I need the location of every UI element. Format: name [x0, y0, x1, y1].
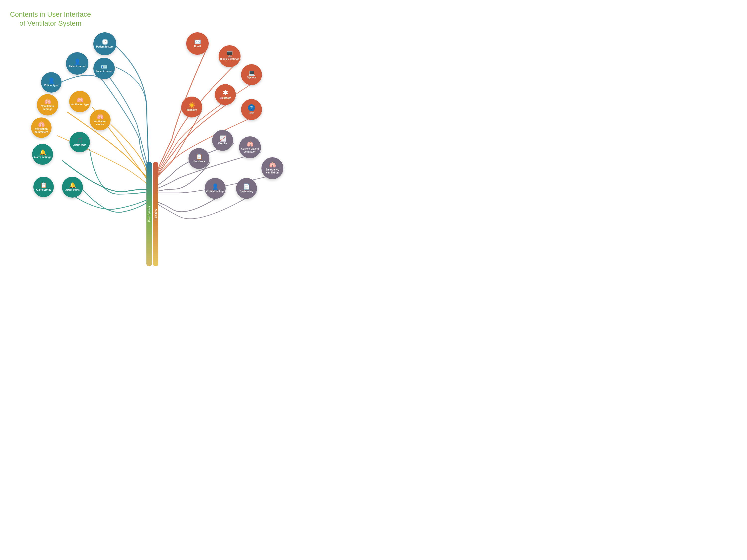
patient-history-label: Patient history	[95, 45, 114, 48]
patient-record-right-label: Patient record	[95, 70, 113, 73]
help-icon: ?	[248, 104, 255, 111]
display-settings-label: Display settings	[219, 58, 240, 61]
system-node[interactable]: 💻 System	[241, 64, 262, 85]
graphs-node[interactable]: 📈 Graphs	[212, 130, 233, 151]
emergency-ventilation-icon: 🫁	[269, 162, 276, 168]
use-check-icon: 📋	[196, 154, 202, 160]
patient-history-icon: 🕐	[102, 39, 108, 45]
alarm-logs-node[interactable]: 🎵 Alarm logs	[70, 132, 90, 152]
email-label: Email	[193, 45, 202, 48]
current-patient-ventilation-icon: 🫁	[247, 141, 254, 147]
system-log-label: System log	[239, 190, 254, 193]
patient-record-left-node[interactable]: 👤 Patient record	[66, 52, 88, 75]
title: Contents in User Interface of Ventilator…	[10, 10, 91, 28]
ventilation-type-label: Ventilation type	[70, 103, 90, 106]
ventilation-settings-node[interactable]: 🫁 Ventilation settings	[37, 94, 58, 115]
patient-record-left-icon: 👤	[74, 59, 81, 64]
emergency-ventilation-node[interactable]: 🫁 Emergency ventilation	[261, 157, 283, 179]
use-check-node[interactable]: 📋 Use check	[188, 148, 209, 169]
ventilation-settings-icon: 🫁	[44, 99, 51, 104]
graphs-label: Graphs	[217, 142, 228, 145]
alarm-settings-node[interactable]: 🔔 Alarm settings	[32, 144, 53, 165]
alarm-profile-node[interactable]: 📋 Alarm profile	[33, 177, 54, 197]
alarm-logs-label: Alarm logs	[72, 143, 87, 146]
ventilation-parameters-node[interactable]: 🫁 Ventilation parameters	[31, 117, 52, 138]
alarm-profile-label: Alarm profile	[35, 188, 52, 191]
ventilation-parameters-icon: 🫁	[38, 122, 45, 127]
bluetooth-label: Bluetooth	[218, 97, 232, 100]
ventilation-modes-icon: 🫁	[97, 114, 104, 119]
help-node[interactable]: ? Help	[241, 99, 262, 120]
alarm-items-icon: 🔔	[69, 183, 76, 188]
current-patient-ventilation-node[interactable]: 🫁 Current patient ventilation	[239, 136, 261, 158]
intensity-icon: ☀️	[188, 103, 195, 108]
display-settings-node[interactable]: 🖥️ Display settings	[218, 45, 240, 67]
email-icon: ✉️	[194, 39, 201, 45]
ventilation-logs-icon: 👤	[212, 184, 218, 189]
bluetooth-icon: ✱	[223, 89, 228, 96]
intensity-label: Intensity	[185, 108, 198, 111]
patient-type-node[interactable]: 👤 Patient type	[41, 72, 61, 92]
ventilation-parameters-label: Ventilation parameters	[31, 128, 52, 134]
patient-type-icon: 👤	[48, 78, 55, 83]
graphs-icon: 📈	[220, 136, 226, 141]
alarm-logs-icon: 🎵	[76, 138, 83, 143]
current-patient-ventilation-label: Current patient ventilation	[239, 148, 261, 153]
facilities-label: Facilities	[154, 209, 157, 219]
email-node[interactable]: ✉️ Email	[186, 32, 209, 55]
ventilation-modes-label: Ventilation modes	[89, 120, 110, 126]
ventilation-modes-node[interactable]: 🫁 Ventilation modes	[89, 109, 110, 130]
alarm-settings-label: Alarm settings	[33, 156, 52, 159]
system-icon: 💻	[248, 70, 255, 76]
help-label: Help	[248, 112, 255, 115]
ventilation-settings-label: Ventilation settings	[37, 105, 58, 111]
alarm-settings-icon: 🔔	[39, 150, 46, 155]
ventilation-logs-node[interactable]: 👤 Ventilation logs	[205, 178, 226, 199]
patient-history-node[interactable]: 🕐 Patient history	[93, 32, 116, 55]
alarm-items-node[interactable]: 🔔 Alarm items	[62, 177, 83, 197]
patient-record-right-node[interactable]: 🪪 Patient record	[93, 58, 115, 79]
system-log-node[interactable]: 📄 System log	[236, 178, 257, 199]
system-label: System	[246, 76, 257, 79]
patient-record-right-icon: 🪪	[101, 64, 108, 70]
alarm-items-label: Alarm items	[64, 189, 80, 192]
ventilation-type-node[interactable]: 🫁 Ventilation type	[69, 91, 91, 112]
display-settings-icon: 🖥️	[226, 52, 233, 57]
intensity-node[interactable]: ☀️ Intensity	[181, 97, 202, 117]
patient-record-left-label: Patient record	[68, 65, 86, 68]
ventilation-logs-label: Ventilation logs	[205, 190, 225, 193]
ventilation-type-icon: 🫁	[77, 97, 83, 103]
alarm-profile-icon: 📋	[40, 182, 47, 188]
patient-type-label: Patient type	[43, 84, 59, 87]
use-check-label: Use check	[192, 160, 206, 163]
emergency-ventilation-label: Emergency ventilation	[261, 168, 283, 174]
bluetooth-node[interactable]: ✱ Bluetooth	[215, 84, 236, 105]
core-options-label: Core Options	[148, 206, 151, 222]
system-log-icon: 📄	[243, 184, 250, 189]
